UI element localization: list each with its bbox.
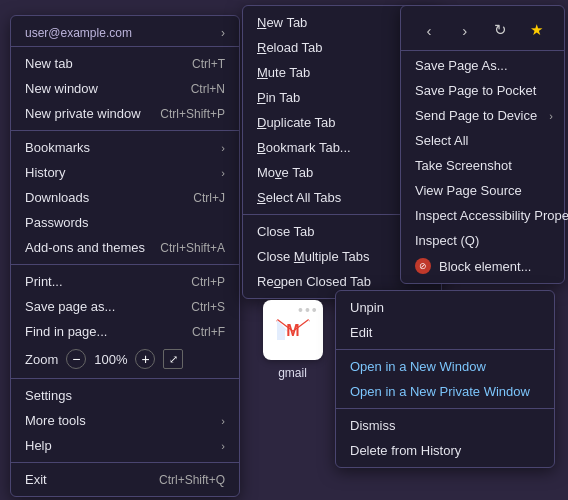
- zoom-in-button[interactable]: +: [135, 349, 155, 369]
- menu-item-help[interactable]: Help ›: [11, 433, 239, 458]
- new-tab-shortcut: Ctrl+T: [192, 57, 225, 71]
- zoom-out-button[interactable]: −: [66, 349, 86, 369]
- toolbar-menu-select-all[interactable]: Select All: [401, 128, 564, 153]
- pinned-separator-2: [336, 408, 554, 409]
- menu-item-settings[interactable]: Settings: [11, 383, 239, 408]
- menu-item-bookmarks[interactable]: Bookmarks ›: [11, 135, 239, 160]
- menu-item-save-page[interactable]: Save page as... Ctrl+S: [11, 294, 239, 319]
- toolbar-menu-save-page-as[interactable]: Save Page As...: [401, 53, 564, 78]
- gmail-context-menu-trigger[interactable]: •••: [298, 302, 319, 318]
- inspect-accessibility-label: Inspect Accessibility Properties: [415, 208, 568, 223]
- more-tools-label: More tools: [25, 413, 209, 428]
- exit-shortcut: Ctrl+Shift+Q: [159, 473, 225, 487]
- new-private-window-shortcut: Ctrl+Shift+P: [160, 107, 225, 121]
- save-page-shortcut: Ctrl+S: [191, 300, 225, 314]
- dismiss-label: Dismiss: [350, 418, 540, 433]
- save-page-as-label: Save Page As...: [415, 58, 550, 73]
- zoom-row: Zoom − 100% + ⤢: [11, 344, 239, 374]
- open-new-window-label: Open in a New Window: [350, 359, 540, 374]
- settings-label: Settings: [25, 388, 225, 403]
- reload-button[interactable]: ↻: [486, 16, 514, 44]
- pinned-menu-edit[interactable]: Edit: [336, 320, 554, 345]
- pinned-menu-dismiss[interactable]: Dismiss: [336, 413, 554, 438]
- block-element-label: Block element...: [439, 259, 532, 274]
- svg-text:M: M: [286, 322, 299, 339]
- pinned-context-menu-panel: Unpin Edit Open in a New Window Open in …: [335, 290, 555, 468]
- find-label: Find in page...: [25, 324, 180, 339]
- separator-2: [11, 264, 239, 265]
- unpin-label: Unpin: [350, 300, 540, 315]
- zoom-label: Zoom: [25, 352, 58, 367]
- menu-item-exit[interactable]: Exit Ctrl+Shift+Q: [11, 467, 239, 492]
- back-button[interactable]: ‹: [415, 16, 443, 44]
- inspect-label: Inspect (Q): [415, 233, 550, 248]
- menu-item-downloads[interactable]: Downloads Ctrl+J: [11, 185, 239, 210]
- addons-shortcut: Ctrl+Shift+A: [160, 241, 225, 255]
- menu-item-new-tab[interactable]: New tab Ctrl+T: [11, 51, 239, 76]
- account-email: user@example.com: [25, 26, 132, 40]
- toolbar-menu-panel: ‹ › ↻ ★ Save Page As... Save Page to Poc…: [400, 5, 565, 284]
- help-label: Help: [25, 438, 209, 453]
- bookmark-star-button[interactable]: ★: [522, 16, 550, 44]
- menu-item-history[interactable]: History ›: [11, 160, 239, 185]
- new-tab-label: New tab: [25, 56, 180, 71]
- menu-item-find[interactable]: Find in page... Ctrl+F: [11, 319, 239, 344]
- toolbar-menu-view-source[interactable]: View Page Source: [401, 178, 564, 203]
- account-header[interactable]: user@example.com ›: [11, 20, 239, 47]
- downloads-shortcut: Ctrl+J: [193, 191, 225, 205]
- pinned-menu-open-private-window[interactable]: Open in a New Private Window: [336, 379, 554, 404]
- send-page-device-label: Send Page to Device: [415, 108, 537, 123]
- new-window-label: New window: [25, 81, 179, 96]
- open-new-private-window-label: Open in a New Private Window: [350, 384, 540, 399]
- close-multiple-tabs-label: Close Multiple Tabs: [257, 249, 411, 264]
- toolbar-menu-save-pocket[interactable]: Save Page to Pocket: [401, 78, 564, 103]
- delete-from-history-label: Delete from History: [350, 443, 540, 458]
- view-page-source-label: View Page Source: [415, 183, 550, 198]
- new-window-shortcut: Ctrl+N: [191, 82, 225, 96]
- toolbar-menu-accessibility[interactable]: Inspect Accessibility Properties: [401, 203, 564, 228]
- downloads-label: Downloads: [25, 190, 181, 205]
- zoom-expand-button[interactable]: ⤢: [163, 349, 183, 369]
- menu-item-print[interactable]: Print... Ctrl+P: [11, 269, 239, 294]
- menu-item-more-tools[interactable]: More tools ›: [11, 408, 239, 433]
- separator-4: [11, 462, 239, 463]
- save-page-pocket-label: Save Page to Pocket: [415, 83, 550, 98]
- block-element-icon: ⊘: [415, 258, 431, 274]
- print-label: Print...: [25, 274, 179, 289]
- more-tools-arrow-icon: ›: [221, 415, 225, 427]
- print-shortcut: Ctrl+P: [191, 275, 225, 289]
- zoom-value: 100%: [94, 352, 127, 367]
- menu-item-new-private-window[interactable]: New private window Ctrl+Shift+P: [11, 101, 239, 126]
- separator-3: [11, 378, 239, 379]
- toolbar-menu-send-device[interactable]: Send Page to Device ›: [401, 103, 564, 128]
- new-private-window-label: New private window: [25, 106, 148, 121]
- history-arrow-icon: ›: [221, 167, 225, 179]
- toolbar-menu-inspect[interactable]: Inspect (Q): [401, 228, 564, 253]
- toolbar-nav-header: ‹ › ↻ ★: [401, 10, 564, 51]
- send-device-arrow-icon: ›: [549, 110, 553, 122]
- select-all-label: Select All: [415, 133, 550, 148]
- gmail-pinned-item[interactable]: M gmail: [255, 300, 330, 380]
- separator-1: [11, 130, 239, 131]
- passwords-label: Passwords: [25, 215, 225, 230]
- gmail-label-text: gmail: [255, 366, 330, 380]
- forward-button[interactable]: ›: [451, 16, 479, 44]
- pinned-menu-unpin[interactable]: Unpin: [336, 295, 554, 320]
- help-arrow-icon: ›: [221, 440, 225, 452]
- history-label: History: [25, 165, 209, 180]
- addons-label: Add-ons and themes: [25, 240, 148, 255]
- main-menu-panel: user@example.com › New tab Ctrl+T New wi…: [10, 15, 240, 497]
- bookmarks-arrow-icon: ›: [221, 142, 225, 154]
- save-page-label: Save page as...: [25, 299, 179, 314]
- pinned-menu-open-new-window[interactable]: Open in a New Window: [336, 354, 554, 379]
- edit-label: Edit: [350, 325, 540, 340]
- take-screenshot-label: Take Screenshot: [415, 158, 550, 173]
- exit-label: Exit: [25, 472, 147, 487]
- menu-item-passwords[interactable]: Passwords: [11, 210, 239, 235]
- pinned-menu-delete-history[interactable]: Delete from History: [336, 438, 554, 463]
- move-tab-label: Move Tab: [257, 165, 411, 180]
- menu-item-addons[interactable]: Add-ons and themes Ctrl+Shift+A: [11, 235, 239, 260]
- toolbar-menu-screenshot[interactable]: Take Screenshot: [401, 153, 564, 178]
- menu-item-new-window[interactable]: New window Ctrl+N: [11, 76, 239, 101]
- toolbar-menu-block-element[interactable]: ⊘ Block element...: [401, 253, 564, 279]
